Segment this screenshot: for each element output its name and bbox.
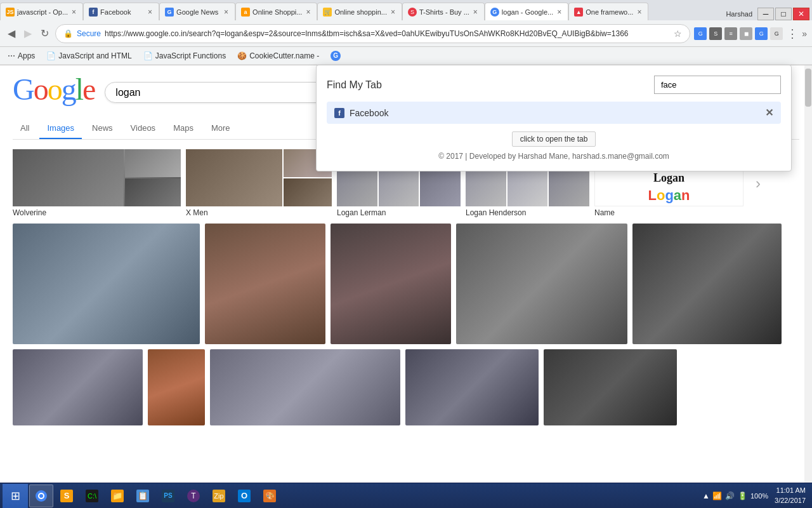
tab-close-icon[interactable]: ×: [636, 8, 643, 17]
tab-close-icon[interactable]: ×: [223, 8, 230, 17]
image-grid-row-3: [13, 349, 799, 425]
tab-favicon-one: ▲: [574, 8, 583, 17]
tab-news[interactable]: News: [84, 118, 121, 139]
tab-close-icon[interactable]: ×: [390, 8, 396, 17]
reload-button[interactable]: ↻: [38, 25, 51, 42]
lock-icon: 🔒: [63, 29, 73, 38]
taskbar-terminal[interactable]: T: [181, 485, 206, 507]
movie-image-3[interactable]: [331, 224, 451, 344]
overlay-action: click to open the tab: [327, 131, 781, 147]
tab-facebook[interactable]: f Facebook ×: [83, 3, 159, 20]
tab-label: logan - Google...: [502, 8, 553, 16]
ext-icon-2[interactable]: S: [709, 27, 722, 40]
tab-label: Google News: [176, 8, 220, 16]
tab-label: Online shoppin...: [334, 8, 387, 16]
find-my-tab-overlay: Find My Tab f Facebook ✕ click to open t…: [316, 65, 792, 171]
tab-favicon-tshirt: S: [408, 8, 417, 17]
bookmark-google-logo[interactable]: G: [328, 50, 343, 62]
taskbar-superscript[interactable]: S: [55, 485, 79, 507]
bookmarks-bar: ⋯ Apps 📄 JavaScript and HTML 📄 JavaScrip…: [0, 47, 812, 65]
tray-battery-icon[interactable]: 🔋: [738, 491, 748, 501]
taskbar-cmd[interactable]: C:\: [80, 485, 104, 507]
result-close-icon[interactable]: ✕: [765, 107, 773, 119]
zip-icon: Zip: [213, 490, 225, 502]
taskbar-app1[interactable]: 📋: [131, 485, 155, 507]
scrollbar-thumb[interactable]: [805, 69, 811, 107]
tab-more[interactable]: More: [204, 118, 238, 139]
tab-videos[interactable]: Videos: [123, 118, 164, 139]
ext-icon-3[interactable]: ≡: [724, 27, 737, 40]
maximize-button[interactable]: □: [775, 8, 792, 20]
image-group-xmen[interactable]: X Men: [186, 149, 332, 217]
next-arrow[interactable]: ›: [749, 175, 768, 192]
google-logo: G o o g l e: [13, 72, 95, 107]
image-group-wolverine[interactable]: Wolverine: [13, 149, 181, 217]
ext-icon-1[interactable]: G: [694, 27, 707, 40]
tab-close-icon[interactable]: ×: [147, 8, 154, 17]
logo-e: e: [82, 72, 95, 107]
tab-all[interactable]: All: [13, 118, 37, 139]
movie-image-r3-1[interactable]: [13, 349, 143, 425]
close-window-button[interactable]: ✕: [793, 8, 809, 20]
tab-logan-google[interactable]: G logan - Google... ×: [485, 3, 568, 20]
tray-volume-icon[interactable]: 🔊: [725, 491, 735, 501]
tab-javascript[interactable]: JS javascript - Op... ×: [0, 3, 83, 20]
start-button[interactable]: ⊞: [3, 484, 28, 508]
logo-g: G: [13, 72, 34, 107]
overlay-result-row[interactable]: f Facebook ✕: [327, 102, 781, 124]
minimize-button[interactable]: ─: [757, 8, 774, 20]
tab-one-framework[interactable]: ▲ One framewo... ×: [568, 3, 648, 20]
image-label-logan-lerman: Logan Lerman: [337, 208, 461, 217]
search-box-wrapper[interactable]: 🔍: [105, 82, 346, 103]
search-input[interactable]: [115, 87, 317, 98]
js-html-favicon: 📄: [46, 51, 56, 60]
tab-images[interactable]: Images: [39, 118, 82, 139]
tab-close-icon[interactable]: ×: [70, 8, 77, 17]
image-label-wolverine: Wolverine: [13, 208, 181, 217]
tray-network-icon[interactable]: 📶: [712, 491, 723, 501]
bookmark-js-functions[interactable]: 📄 JavaScript Functions: [141, 50, 228, 62]
movie-image-r3-5[interactable]: [544, 349, 677, 425]
tray-expand-icon[interactable]: ▲: [702, 491, 710, 500]
taskbar-paint[interactable]: 🎨: [258, 485, 282, 507]
taskbar-zip[interactable]: Zip: [207, 485, 231, 507]
star-icon[interactable]: ☆: [674, 29, 682, 39]
taskbar-photoshop[interactable]: PS: [156, 485, 180, 507]
tab-close-icon[interactable]: ×: [472, 8, 479, 17]
tray-clock[interactable]: 11:01 AM 3/22/2017: [771, 485, 809, 507]
movie-image-1[interactable]: [13, 224, 200, 344]
tab-tshirts[interactable]: S T-Shirts - Buy ... ×: [402, 3, 485, 20]
scrollbar[interactable]: [804, 65, 812, 488]
taskbar-outlook[interactable]: O: [232, 485, 256, 507]
taskbar-files[interactable]: 📁: [105, 485, 129, 507]
secure-label: Secure: [77, 29, 101, 38]
address-bar[interactable]: 🔒 Secure https://www.google.co.in/search…: [55, 24, 690, 43]
tab-google-news[interactable]: G Google News ×: [159, 3, 235, 20]
tab-close-icon[interactable]: ×: [556, 8, 563, 17]
tab-close-icon[interactable]: ×: [304, 8, 311, 17]
movie-image-r3-3[interactable]: [210, 349, 400, 425]
back-button[interactable]: ◀: [5, 25, 18, 42]
bookmark-cookiecutter[interactable]: 🍪 CookieCutter.name -: [235, 50, 322, 62]
movie-image-4[interactable]: [456, 224, 627, 344]
bookmark-js-html[interactable]: 📄 JavaScript and HTML: [44, 50, 134, 62]
movie-image-r3-2[interactable]: [148, 349, 205, 425]
ext-icon-6[interactable]: G: [770, 27, 783, 40]
bookmark-apps[interactable]: ⋯ Apps: [5, 50, 37, 62]
s-app-icon: S: [60, 490, 73, 502]
movie-image-5[interactable]: [632, 224, 782, 344]
chrome-icon: [35, 490, 48, 502]
open-tab-button[interactable]: click to open the tab: [512, 131, 596, 147]
movie-image-r3-4[interactable]: [405, 349, 539, 425]
ext-icon-4[interactable]: ◼: [740, 27, 752, 40]
expand-icon[interactable]: »: [802, 29, 807, 39]
more-menu-icon[interactable]: ⋮: [787, 27, 798, 41]
movie-image-2[interactable]: [205, 224, 325, 344]
forward-button[interactable]: ▶: [22, 25, 34, 42]
taskbar-chrome[interactable]: [29, 485, 53, 507]
tab-maps[interactable]: Maps: [166, 118, 201, 139]
tab-online-shopping-2[interactable]: 🛒 Online shoppin... ×: [317, 3, 402, 20]
overlay-search-input[interactable]: [654, 76, 781, 94]
tab-online-shopping-1[interactable]: a Online Shoppi... ×: [235, 3, 317, 20]
ext-icon-5[interactable]: G: [755, 27, 768, 40]
